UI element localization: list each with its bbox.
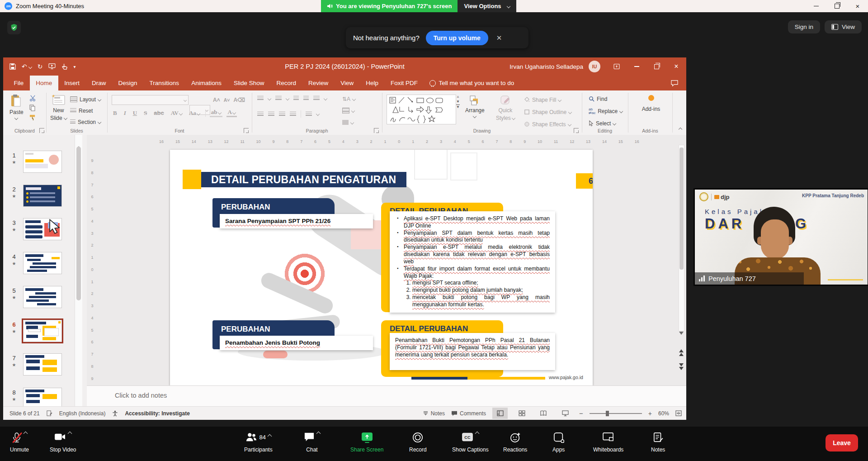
align-center-button[interactable] [268, 112, 274, 117]
slide-thumbnail-8[interactable] [23, 388, 62, 407]
select-button[interactable]: Select [589, 119, 623, 128]
chat-chevron-icon[interactable] [316, 432, 321, 436]
notes-placeholder[interactable]: Click to add notes [115, 392, 167, 399]
tab-foxit-pdf[interactable]: Foxit PDF [385, 76, 424, 90]
shape-fill-button[interactable]: Shape Fill [524, 95, 571, 105]
reading-view-button[interactable] [536, 408, 551, 419]
grow-font-button[interactable]: A˄ [213, 97, 220, 103]
strikethrough-button[interactable]: S [142, 109, 148, 117]
italic-button[interactable]: I [123, 109, 127, 117]
leave-button[interactable]: Leave [826, 434, 858, 451]
highlight-color-button[interactable]: ab [210, 109, 222, 117]
tab-help[interactable]: Help [360, 76, 385, 90]
zoom-in-button[interactable]: + [648, 410, 652, 417]
tab-transitions[interactable]: Transitions [143, 76, 185, 90]
slideshow-view-button[interactable] [557, 408, 573, 419]
format-painter-icon[interactable] [29, 114, 36, 121]
zoom-slider-handle[interactable] [606, 411, 609, 416]
tab-slide-show[interactable]: Slide Show [227, 76, 270, 90]
thumbnail-scrollbar[interactable] [75, 135, 82, 406]
chat-button[interactable]: Chat [304, 432, 320, 453]
slide-sorter-view-button[interactable] [514, 408, 529, 419]
tell-me-search[interactable]: Tell me what you want to do [424, 76, 520, 90]
notes-pane[interactable]: Click to add notes [87, 385, 686, 407]
scrollbar-handle[interactable] [679, 147, 684, 270]
start-slideshow-icon[interactable] [48, 63, 56, 70]
replace-button[interactable]: ab⇄acReplace [589, 106, 623, 116]
maximize-button[interactable] [826, 0, 847, 12]
minimize-button[interactable] [806, 0, 826, 12]
bullets-button[interactable] [257, 96, 264, 101]
tab-animations[interactable]: Animations [185, 76, 228, 90]
previous-slide-button[interactable] [679, 349, 684, 356]
paragraph-dialog-launcher[interactable] [374, 128, 379, 133]
slide-thumbnail-5[interactable] [23, 286, 62, 308]
shrink-font-button[interactable]: A˅ [224, 97, 230, 103]
save-icon[interactable] [9, 63, 16, 70]
comments-toggle[interactable] [671, 76, 678, 90]
show-captions-button[interactable]: CC Show Captions [452, 432, 489, 453]
participants-chevron-icon[interactable] [268, 434, 272, 439]
addins-button[interactable]: Add-ins [635, 95, 667, 112]
next-slide-button[interactable] [679, 363, 684, 370]
scroll-down-icon[interactable] [679, 332, 684, 342]
security-shield-badge[interactable] [7, 21, 21, 34]
turn-up-volume-button[interactable]: Turn up volume [426, 31, 488, 45]
account-user-name[interactable]: Irvan Ugaharisto Selladepa [509, 63, 583, 70]
convert-smartart-button[interactable] [342, 118, 355, 127]
slide-thumbnail-1[interactable] [23, 151, 62, 173]
apps-button[interactable]: Apps [552, 432, 565, 453]
slide-thumbnail-2[interactable] [23, 185, 62, 207]
unmute-button[interactable]: Unmute [10, 432, 29, 453]
justify-button[interactable] [290, 112, 296, 117]
numbering-button[interactable] [275, 96, 282, 101]
participant-video[interactable]: djp KPP Pratama Tanjung Redeb Kelas Paja… [693, 188, 868, 286]
shape-effects-button[interactable]: Shape Effects [524, 119, 571, 129]
tab-review[interactable]: Review [302, 76, 335, 90]
shape-outline-button[interactable]: Shape Outline [524, 107, 571, 117]
view-options-button[interactable]: View Options [458, 0, 516, 12]
unmute-chevron-icon[interactable] [24, 432, 28, 436]
character-spacing-button[interactable]: AV [170, 109, 184, 117]
quick-styles-button[interactable]: Quick Styles [496, 95, 515, 121]
undo-button[interactable]: ↶ [22, 63, 32, 70]
participants-button[interactable]: 84 Participants [244, 432, 273, 453]
sign-in-button[interactable]: Sign in [788, 20, 820, 33]
normal-view-button[interactable] [492, 408, 508, 419]
thumb-scrollbar-handle[interactable] [76, 147, 81, 300]
accessibility-status[interactable]: Accessibility: Investigate [125, 410, 189, 417]
text-shadow-button[interactable]: abc [152, 109, 165, 116]
align-left-button[interactable] [257, 112, 264, 117]
zoom-slider[interactable] [590, 413, 642, 414]
slide-thumbnail-6-selected[interactable] [23, 320, 62, 342]
captions-chevron-icon[interactable] [475, 432, 480, 436]
collapse-ribbon-button[interactable] [677, 125, 682, 133]
copy-icon[interactable] [29, 105, 36, 111]
line-spacing-button[interactable] [313, 96, 320, 101]
slide-thumbnail-7[interactable] [23, 353, 62, 375]
underline-button[interactable]: U [132, 109, 138, 117]
paste-button[interactable]: Paste [9, 94, 24, 119]
change-case-button[interactable]: Aa [188, 109, 201, 117]
decrease-indent-button[interactable] [293, 96, 299, 101]
ppt-close-button[interactable]: × [666, 57, 686, 76]
bold-button[interactable]: B [112, 109, 118, 117]
slide-canvas[interactable]: DETAIL PERUBAHAN PENGATURAN 6 PERUBAHAN … [170, 150, 593, 385]
font-color-button[interactable]: A [226, 109, 237, 117]
zoom-out-button[interactable]: − [579, 409, 583, 417]
close-button[interactable]: × [847, 0, 868, 12]
slide-scrollbar[interactable] [678, 135, 684, 385]
tab-record[interactable]: Record [270, 76, 302, 90]
shapes-gallery[interactable] [387, 95, 456, 124]
share-screen-button[interactable]: Share Screen [350, 432, 383, 453]
toast-close-icon[interactable]: ✕ [495, 34, 504, 42]
language-status[interactable]: English (Indonesia) [59, 410, 106, 417]
ribbon-display-options-button[interactable] [607, 57, 627, 76]
layout-button[interactable]: Layout [70, 95, 101, 104]
find-button[interactable]: Find [589, 94, 623, 104]
reactions-button[interactable]: Reactions [503, 432, 527, 453]
tab-view[interactable]: View [335, 76, 360, 90]
spellcheck-icon[interactable] [47, 410, 52, 416]
view-button[interactable]: View [825, 20, 862, 33]
whiteboards-button[interactable]: Whiteboards [593, 432, 623, 453]
